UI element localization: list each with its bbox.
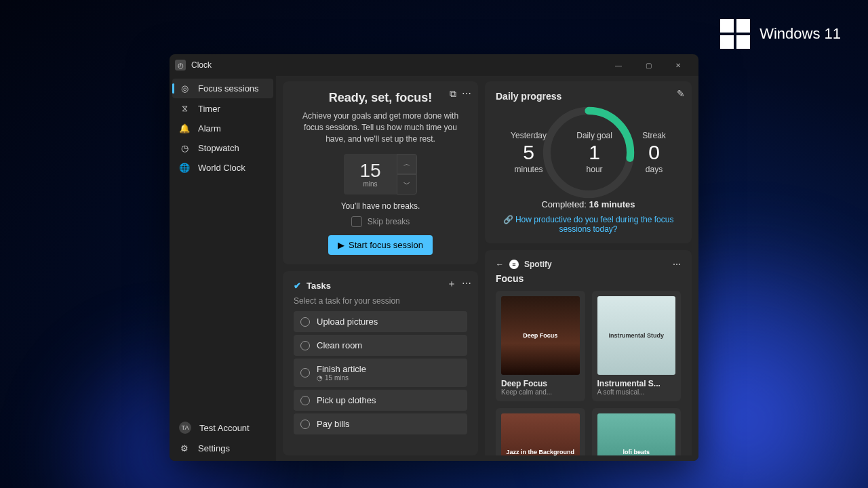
sidebar-item-world-clock[interactable]: 🌐 World Clock	[172, 158, 273, 178]
playlist-art: Jazz in the Background	[501, 413, 580, 456]
more-icon[interactable]: ⋯	[462, 88, 471, 100]
sidebar-item-alarm[interactable]: 🔔 Alarm	[172, 119, 273, 138]
task-row[interactable]: Pay bills	[294, 413, 467, 434]
decrement-button[interactable]: ﹀	[397, 174, 417, 195]
task-row[interactable]: Clean room	[294, 335, 467, 356]
sidebar-item-label: Focus sessions	[198, 83, 259, 94]
more-icon[interactable]: ⋯	[673, 260, 681, 269]
task-radio[interactable]	[300, 420, 310, 429]
clock-icon: ◔	[317, 374, 323, 382]
sidebar-item-label: Stopwatch	[198, 143, 239, 153]
back-icon[interactable]: ←	[496, 260, 504, 269]
account-avatar-icon: TA	[179, 422, 191, 434]
playlist-art: Deep Focus	[501, 296, 580, 375]
task-label: Clean room	[317, 340, 362, 350]
daily-progress-card: ✎ Daily progress Yesterday 5 minutes	[485, 81, 692, 243]
stat-value: 0	[642, 140, 666, 165]
sidebar-item-timer[interactable]: ⧖ Timer	[172, 98, 273, 119]
play-icon: ▶	[338, 240, 344, 250]
playlist-item[interactable]: Jazz in the Background Jazz in the Bac..…	[496, 408, 585, 456]
account-label: Test Account	[199, 423, 250, 433]
content-area: ⧉ ⋯ Ready, set, focus! Achieve your goal…	[276, 76, 698, 461]
settings-label: Settings	[198, 443, 230, 453]
focus-title: Ready, set, focus!	[294, 91, 467, 105]
right-column: ✎ Daily progress Yesterday 5 minutes	[485, 81, 692, 455]
task-label: Upload pictures	[317, 317, 378, 327]
tasks-icon: ✔	[294, 281, 301, 291]
target-icon: ◎	[179, 83, 190, 94]
task-label: Pick up clothes	[317, 395, 376, 405]
task-row[interactable]: Finish article◔15 mins	[294, 359, 467, 387]
task-radio[interactable]	[300, 341, 310, 350]
progress-ring	[541, 105, 636, 200]
tasks-title: Tasks	[307, 281, 331, 291]
playlist-item[interactable]: Deep Focus Deep Focus Keep calm and...	[496, 291, 585, 401]
start-button-label: Start focus session	[349, 240, 423, 250]
focus-description: Achieve your goals and get more done wit…	[294, 110, 467, 144]
gear-icon: ⚙	[179, 443, 190, 453]
app-icon: ◴	[175, 60, 186, 70]
account-item[interactable]: TA Test Account	[172, 417, 273, 439]
playlist-art: Instrumental Study	[597, 296, 676, 375]
stopwatch-icon: ◷	[179, 143, 190, 153]
duration-unit: mins	[363, 180, 377, 188]
spotify-section-title: Focus	[496, 273, 681, 284]
more-icon[interactable]: ⋯	[462, 278, 471, 290]
playlist-name: Instrumental S...	[597, 379, 676, 388]
duration-value: 15	[359, 161, 380, 180]
popout-icon[interactable]: ⧉	[450, 88, 456, 100]
bell-icon: 🔔	[179, 123, 190, 134]
close-button[interactable]: ✕	[663, 54, 693, 76]
maximize-button[interactable]: ▢	[633, 54, 663, 76]
playlist-desc: Keep calm and...	[501, 388, 580, 396]
playlist-name: Deep Focus	[501, 379, 580, 388]
minimize-button[interactable]: —	[604, 54, 633, 76]
edit-icon[interactable]: ✎	[677, 88, 685, 99]
task-label: Pay bills	[317, 419, 349, 429]
completed-text: Completed: 16 minutes	[496, 199, 681, 209]
playlist-art: lofi beats	[597, 413, 676, 456]
globe-icon: 🌐	[179, 163, 190, 173]
task-radio[interactable]	[300, 317, 310, 327]
app-title: Clock	[191, 60, 212, 70]
progress-title: Daily progress	[496, 91, 681, 102]
stat-label: Streak	[642, 131, 666, 140]
sidebar-item-focus-sessions[interactable]: ◎ Focus sessions	[172, 79, 273, 98]
task-row[interactable]: Upload pictures	[294, 311, 467, 332]
windows11-label: Windows 11	[760, 25, 841, 43]
skip-breaks-checkbox[interactable]	[351, 216, 362, 227]
focus-setup-card: ⧉ ⋯ Ready, set, focus! Achieve your goal…	[283, 81, 478, 264]
settings-item[interactable]: ⚙ Settings	[172, 439, 273, 458]
spotify-label: Spotify	[524, 260, 552, 269]
clock-window: ◴ Clock — ▢ ✕ ◎ Focus sessions ⧖ Timer 🔔…	[170, 54, 698, 461]
start-focus-button[interactable]: ▶ Start focus session	[328, 235, 433, 255]
skip-breaks-row[interactable]: Skip breaks	[294, 216, 467, 227]
task-radio[interactable]	[300, 368, 310, 378]
streak-stat: Streak 0 days	[642, 131, 666, 174]
windows11-brand: Windows 11	[720, 19, 841, 49]
add-task-icon[interactable]: ＋	[447, 278, 456, 290]
task-row[interactable]: Pick up clothes	[294, 390, 467, 411]
playlist-item[interactable]: lofi beats lofi beats	[592, 408, 682, 456]
sidebar: ◎ Focus sessions ⧖ Timer 🔔 Alarm ◷ Stopw…	[170, 76, 276, 461]
feedback-link[interactable]: 🔗 How productive do you feel during the …	[496, 215, 681, 234]
playlist-item[interactable]: Instrumental Study Instrumental S... A s…	[592, 291, 682, 401]
playlist-desc: A soft musical...	[597, 388, 676, 396]
increment-button[interactable]: ︿	[397, 154, 417, 174]
sidebar-item-label: Alarm	[198, 123, 221, 134]
duration-display[interactable]: 15 mins	[344, 154, 397, 195]
tasks-hint: Select a task for your session	[294, 296, 467, 306]
sidebar-item-label: Timer	[198, 104, 220, 114]
sidebar-item-label: World Clock	[198, 163, 245, 173]
duration-stepper: 15 mins ︿ ﹀	[294, 154, 467, 195]
task-label: Finish article	[317, 364, 366, 374]
spotify-card: ← ≡ Spotify ⋯ Focus Deep Focus Deep Focu…	[485, 250, 692, 455]
task-radio[interactable]	[300, 396, 310, 405]
sidebar-item-stopwatch[interactable]: ◷ Stopwatch	[172, 138, 273, 158]
hourglass-icon: ⧖	[179, 103, 190, 114]
tasks-card: ＋ ⋯ ✔Tasks Select a task for your sessio…	[283, 271, 478, 455]
titlebar[interactable]: ◴ Clock — ▢ ✕	[170, 54, 698, 76]
task-meta: 15 mins	[325, 374, 349, 382]
windows-logo-icon	[720, 19, 750, 49]
breaks-message: You'll have no breaks.	[294, 201, 467, 211]
